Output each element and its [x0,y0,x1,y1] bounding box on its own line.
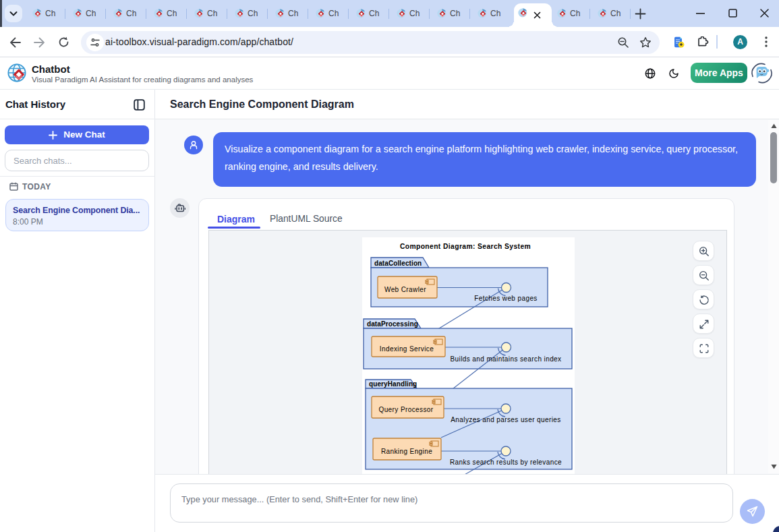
svg-text:Ranking Engine: Ranking Engine [381,448,432,455]
svg-text:dataCollection: dataCollection [374,260,422,267]
svg-text:Analyzes and parses user queri: Analyzes and parses user queries [451,416,560,423]
svg-text:queryHandling: queryHandling [369,380,417,388]
svg-text:dataProcessing: dataProcessing [367,320,418,328]
svg-text:Indexing Service: Indexing Service [380,345,434,353]
svg-text:Web Crawler: Web Crawler [384,286,426,293]
svg-text:Ranks search results by releva: Ranks search results by relevance [450,459,562,466]
svg-text:Component Diagram: Search Syst: Component Diagram: Search System [400,243,531,250]
svg-text:Builds and maintains search in: Builds and maintains search index [451,355,562,363]
svg-text:Query Processor: Query Processor [378,406,433,413]
svg-text:Fetches web pages: Fetches web pages [474,295,538,302]
